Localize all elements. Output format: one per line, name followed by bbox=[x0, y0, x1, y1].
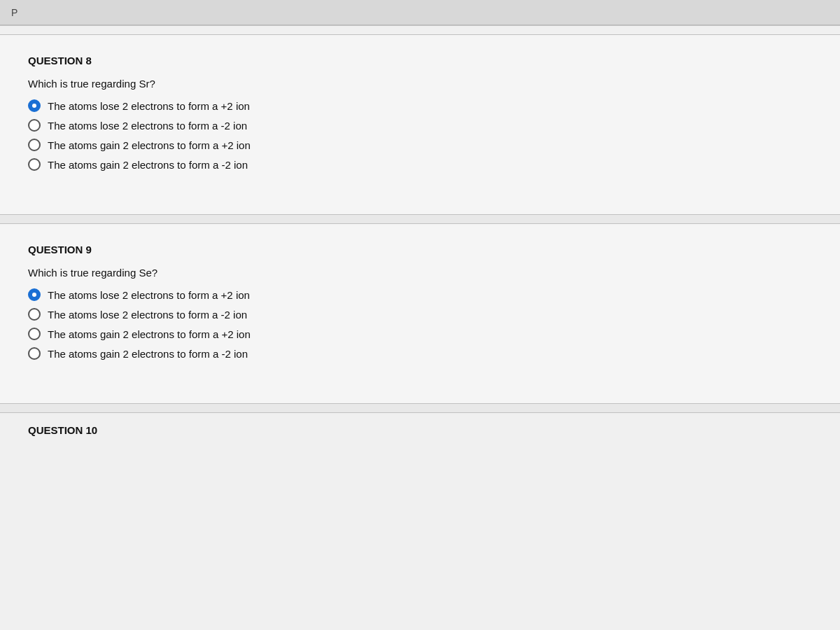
question-8-option-a[interactable]: The atoms lose 2 electrons to form a +2 … bbox=[28, 99, 812, 112]
question-9-options: The atoms lose 2 electrons to form a +2 … bbox=[28, 288, 812, 360]
question-8-option-c[interactable]: The atoms gain 2 electrons to form a +2 … bbox=[28, 139, 812, 151]
option-q9c-text: The atoms gain 2 electrons to form a +2 … bbox=[48, 328, 251, 340]
option-q8a-text: The atoms lose 2 electrons to form a +2 … bbox=[48, 100, 250, 112]
question-9-block: QUESTION 9 Which is true regarding Se? T… bbox=[0, 224, 840, 403]
question-9-title: QUESTION 9 bbox=[28, 244, 812, 255]
question-10-title: QUESTION 10 bbox=[0, 413, 840, 442]
radio-q8d[interactable] bbox=[28, 158, 41, 171]
question-8-options: The atoms lose 2 electrons to form a +2 … bbox=[28, 99, 812, 171]
radio-q9d[interactable] bbox=[28, 347, 41, 360]
option-q9a-text: The atoms lose 2 electrons to form a +2 … bbox=[48, 289, 250, 301]
option-q8b-text: The atoms lose 2 electrons to form a -2 … bbox=[48, 120, 247, 132]
radio-q8c[interactable] bbox=[28, 139, 41, 151]
question-9-option-b[interactable]: The atoms lose 2 electrons to form a -2 … bbox=[28, 308, 812, 321]
option-q9b-text: The atoms lose 2 electrons to form a -2 … bbox=[48, 309, 247, 321]
radio-q9b[interactable] bbox=[28, 308, 41, 321]
radio-q8b[interactable] bbox=[28, 119, 41, 132]
radio-q8a[interactable] bbox=[28, 99, 41, 112]
question-8-text: Which is true regarding Sr? bbox=[28, 78, 812, 90]
question-8-block: QUESTION 8 Which is true regarding Sr? T… bbox=[0, 35, 840, 214]
top-bar: P bbox=[0, 0, 840, 25]
question-8-title: QUESTION 8 bbox=[28, 55, 812, 66]
question-9-option-c[interactable]: The atoms gain 2 electrons to form a +2 … bbox=[28, 328, 812, 340]
option-q9d-text: The atoms gain 2 electrons to form a -2 … bbox=[48, 348, 248, 360]
radio-q9c[interactable] bbox=[28, 328, 41, 340]
option-q8d-text: The atoms gain 2 electrons to form a -2 … bbox=[48, 159, 248, 171]
question-9-option-d[interactable]: The atoms gain 2 electrons to form a -2 … bbox=[28, 347, 812, 360]
radio-q9a[interactable] bbox=[28, 288, 41, 301]
top-bar-label: P bbox=[11, 7, 18, 18]
question-9-text: Which is true regarding Se? bbox=[28, 267, 812, 279]
question-8-option-d[interactable]: The atoms gain 2 electrons to form a -2 … bbox=[28, 158, 812, 171]
page-wrapper: P QUESTION 8 Which is true regarding Sr?… bbox=[0, 0, 840, 630]
question-8-option-b[interactable]: The atoms lose 2 electrons to form a -2 … bbox=[28, 119, 812, 132]
question-9-option-a[interactable]: The atoms lose 2 electrons to form a +2 … bbox=[28, 288, 812, 301]
option-q8c-text: The atoms gain 2 electrons to form a +2 … bbox=[48, 139, 251, 151]
